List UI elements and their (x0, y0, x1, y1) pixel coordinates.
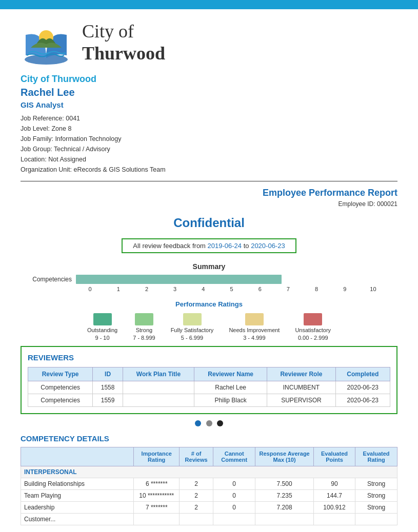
axis-5: 5 (217, 286, 246, 292)
job-group: Job Group: Technical / Advisory (21, 144, 397, 154)
comp-reviews-2: 2 (180, 502, 213, 514)
comp-points-2: 100.912 (313, 502, 355, 514)
outstanding-range: 9 - 10 (95, 335, 109, 341)
comp-name-0: Building Relationships (21, 478, 134, 490)
axis-4: 4 (189, 286, 217, 292)
th-id: ID (93, 367, 123, 381)
axis-7: 7 (274, 286, 302, 292)
report-header: Employee Performance Report Employee ID:… (21, 188, 397, 212)
outstanding-box (93, 313, 112, 325)
comp-th-points: Evaluated Points (313, 447, 355, 466)
review-middle: to (242, 242, 251, 250)
table-row: Competencies 1558 Rachel Lee INCUMBENT 2… (28, 381, 390, 394)
unsatisfactory-label: Unsatisfactory (295, 327, 331, 333)
chart-row: Competencies (26, 275, 392, 284)
row2-workplan (123, 394, 194, 407)
rating-strong: Strong 7 - 8.999 (133, 313, 155, 341)
row2-role: SUPERVISOR (267, 394, 335, 407)
satisfactory-box (183, 313, 202, 325)
date-from: 2019-06-24 (208, 242, 242, 250)
review-prefix: All review feedback from (133, 242, 207, 250)
comp-reviews-1: 2 (180, 490, 213, 502)
axis-6: 6 (246, 286, 274, 292)
chart-axis: 0 1 2 3 4 5 6 7 8 9 10 (76, 286, 387, 292)
comp-rating-0: Strong (355, 478, 397, 490)
axis-3: 3 (161, 286, 189, 292)
confidential-text: Confidential (21, 216, 397, 230)
comp-avg-2: 7.208 (255, 502, 313, 514)
confidential-section: Confidential All review feedback from 20… (21, 216, 397, 257)
job-org-unit: Organization Unit: eRecords & GIS Soluti… (21, 165, 397, 175)
comp-rating-1: Strong (355, 490, 397, 502)
job-location: Location: Not Assigned (21, 154, 397, 165)
review-period-box: All review feedback from 2019-06-24 to 2… (122, 238, 296, 253)
job-title: GIS Analyst (21, 100, 397, 109)
city-name-text: City of Thurwood (82, 21, 165, 65)
comp-name-3: Customer... (21, 514, 134, 525)
dot-3[interactable] (217, 420, 223, 426)
comp-row-team: Team Playing 10 *********** 2 0 7.235 14… (21, 490, 397, 502)
job-family: Job Family: Information Technology (21, 134, 397, 144)
reviewers-title: REVIEWERS (28, 353, 390, 362)
unsatisfactory-range: 0.00 - 2.999 (298, 335, 328, 341)
row1-role: INCUMBENT (267, 381, 335, 394)
comp-rating-3 (355, 514, 397, 525)
axis-8: 8 (303, 286, 331, 292)
comp-importance-0: 6 ******* (134, 478, 180, 490)
comp-name-2: Leadership (21, 502, 134, 514)
reviewers-table: Review Type ID Work Plan Title Reviewer … (28, 367, 390, 407)
axis-2: 2 (132, 286, 161, 292)
row1-type: Competencies (28, 381, 93, 394)
dot-2[interactable] (206, 420, 212, 426)
employee-name: Rachel Lee (21, 87, 397, 98)
row1-name: Rachel Lee (194, 381, 267, 394)
table-row: Competencies 1559 Philip Black SUPERVISO… (28, 394, 390, 407)
header-section: City of Thurwood (21, 19, 397, 66)
perf-ratings-title: Performance Ratings (21, 300, 397, 308)
comp-th-rating: Evaluated Rating (355, 447, 397, 466)
comp-row-leadership: Leadership 7 ******* 2 0 7.208 100.912 S… (21, 502, 397, 514)
job-reference: Job Reference: 0041 (21, 113, 397, 124)
th-reviewer-role: Reviewer Role (267, 367, 335, 381)
rating-outstanding: Outstanding 9 - 10 (87, 313, 117, 341)
row2-id: 1559 (93, 394, 123, 407)
strong-label: Strong (136, 327, 152, 333)
comp-row-customer: Customer... (21, 514, 397, 525)
th-work-plan: Work Plan Title (123, 367, 194, 381)
th-reviewer-name: Reviewer Name (194, 367, 267, 381)
comp-points-0: 90 (313, 478, 355, 490)
comp-avg-1: 7.235 (255, 490, 313, 502)
row1-completed: 2020-06-23 (335, 381, 390, 394)
axis-1: 1 (104, 286, 132, 292)
chart-bar-container (76, 275, 392, 284)
strong-range: 7 - 8.999 (133, 335, 155, 341)
comp-cannot-1: 0 (213, 490, 255, 502)
comp-row-building: Building Relationships 6 ******* 2 0 7.5… (21, 478, 397, 490)
axis-10: 10 (359, 286, 387, 292)
comp-name-1: Team Playing (21, 490, 134, 502)
needs-improvement-label: Needs Improvement (229, 327, 280, 333)
comp-th-importance: Importance Rating (134, 447, 180, 466)
comp-reviews-0: 2 (180, 478, 213, 490)
reviewers-section: REVIEWERS Review Type ID Work Plan Title… (21, 346, 397, 414)
chart-area: Competencies 0 1 2 3 4 5 6 7 8 9 10 (21, 275, 397, 292)
comp-avg-0: 7.500 (255, 478, 313, 490)
chart-label: Competencies (26, 276, 72, 283)
category-interpersonal: INTERPERSONAL (21, 466, 397, 478)
satisfactory-label: Fully Satisfactory (171, 327, 214, 333)
rating-unsatisfactory: Unsatisfactory 0.00 - 2.999 (295, 313, 331, 341)
category-name: INTERPERSONAL (21, 466, 397, 478)
row1-id: 1558 (93, 381, 123, 394)
employee-id: Employee ID: 000021 (263, 200, 397, 208)
axis-0: 0 (76, 286, 104, 292)
job-level: Job Level: Zone 8 (21, 124, 397, 134)
outstanding-label: Outstanding (87, 327, 117, 333)
city-name-bold: Thurwood (82, 43, 165, 64)
dot-1[interactable] (195, 420, 201, 426)
competency-table: Importance Rating # of Reviews Cannot Co… (21, 447, 397, 525)
row1-workplan (123, 381, 194, 394)
comp-th-avg: Response Average Max (10) (255, 447, 313, 466)
table-header-row: Review Type ID Work Plan Title Reviewer … (28, 367, 390, 381)
comp-rating-2: Strong (355, 502, 397, 514)
comp-avg-3 (255, 514, 313, 525)
